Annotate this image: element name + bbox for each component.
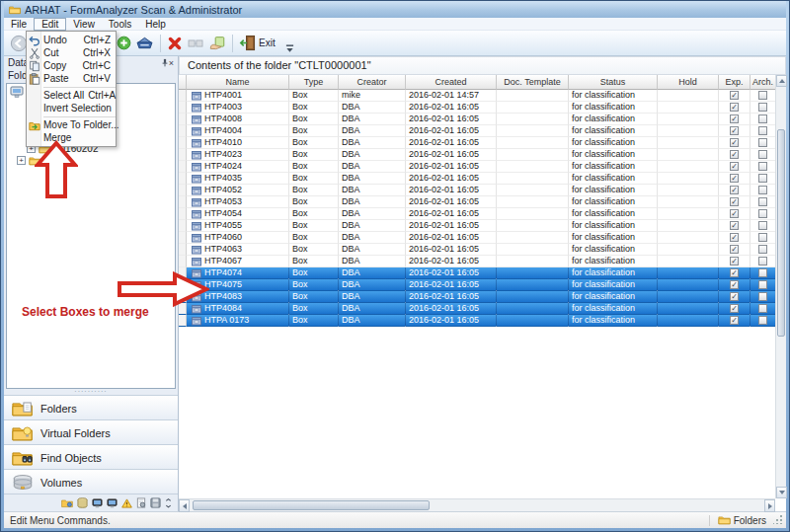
arch-checkbox[interactable] — [758, 126, 767, 135]
exp-checkbox[interactable]: ✓ — [730, 91, 739, 100]
nav-virtual-folders[interactable]: Virtual Folders — [4, 420, 178, 445]
toolbar-overflow-button[interactable] — [285, 44, 294, 53]
exp-checkbox[interactable]: ✓ — [730, 114, 739, 123]
warning-icon[interactable] — [121, 498, 132, 508]
monitor-icon[interactable] — [92, 498, 103, 508]
column-header-exp[interactable]: Exp. — [719, 75, 750, 90]
table-row[interactable]: HTP4075BoxDBA2016-02-01 16:05for classif… — [179, 279, 776, 291]
exp-checkbox[interactable]: ✓ — [730, 221, 739, 230]
menu-item-cut[interactable]: CutCtrl+X — [27, 46, 116, 59]
exp-checkbox[interactable]: ✓ — [730, 316, 739, 325]
exp-checkbox[interactable]: ✓ — [730, 126, 739, 135]
menu-file[interactable]: File — [4, 18, 34, 31]
table-row[interactable]: HTP4054BoxDBA2016-02-01 16:05for classif… — [179, 208, 776, 220]
exp-checkbox[interactable]: ✓ — [730, 174, 739, 183]
table-row[interactable]: HTP4053BoxDBA2016-02-01 16:05for classif… — [179, 196, 776, 208]
arch-checkbox[interactable] — [758, 114, 767, 123]
table-row[interactable]: HTP4004BoxDBA2016-02-01 16:05for classif… — [179, 125, 776, 137]
exp-checkbox[interactable]: ✓ — [730, 197, 739, 206]
horizontal-scroll-thumb[interactable] — [193, 500, 430, 510]
table-row[interactable]: HTP4035BoxDBA2016-02-01 16:05for classif… — [179, 173, 776, 185]
vertical-scroll-thumb[interactable] — [777, 129, 785, 337]
column-header-hold[interactable]: Hold — [658, 75, 719, 90]
arch-checkbox[interactable] — [758, 268, 767, 277]
column-header-doc-template[interactable]: Doc. Template — [497, 75, 569, 90]
menu-item-move-to-folder[interactable]: Move To Folder... — [27, 118, 116, 131]
table-row[interactable]: HTP4063BoxDBA2016-02-01 16:05for classif… — [179, 244, 776, 256]
exp-checkbox[interactable]: ✓ — [730, 150, 739, 159]
arch-checkbox[interactable] — [758, 174, 767, 183]
table-row[interactable]: HTP4084BoxDBA2016-02-01 16:05for classif… — [179, 303, 776, 315]
arch-checkbox[interactable] — [758, 292, 767, 301]
column-header-created[interactable]: Created — [406, 75, 497, 90]
table-row[interactable]: HTP4083BoxDBA2016-02-01 16:05for classif… — [179, 291, 776, 303]
resize-grip[interactable] — [773, 515, 782, 524]
table-row[interactable]: HTP4001Boxmike2016-02-01 14:57for classi… — [179, 90, 776, 102]
exp-checkbox[interactable]: ✓ — [730, 257, 739, 266]
exp-checkbox[interactable]: ✓ — [730, 280, 739, 289]
scan-button[interactable] — [133, 33, 156, 54]
nav-folders[interactable]: Folders — [4, 396, 178, 420]
disk-icon[interactable] — [150, 497, 161, 508]
table-row[interactable]: HTPA 0173BoxDBA2016-02-01 16:05for class… — [179, 315, 776, 327]
scroll-right-button[interactable] — [764, 499, 775, 512]
scroll-left-button[interactable] — [179, 499, 190, 512]
arch-checkbox[interactable] — [758, 221, 767, 230]
column-header-type[interactable]: Type — [289, 75, 339, 90]
close-icon[interactable]: × — [169, 58, 174, 68]
folder-user-icon[interactable] — [61, 498, 73, 508]
menu-item-invert-selection[interactable]: Invert Selection — [27, 102, 116, 114]
menu-help[interactable]: Help — [138, 18, 173, 31]
menu-item-undo[interactable]: UndoCtrl+Z — [27, 34, 116, 46]
arch-checkbox[interactable] — [758, 138, 767, 147]
column-header-status[interactable]: Status — [569, 75, 658, 90]
menu-view[interactable]: View — [66, 18, 102, 31]
table-row[interactable]: HTP4074BoxDBA2016-02-01 16:05for classif… — [179, 267, 776, 279]
menu-edit[interactable]: Edit — [34, 18, 66, 31]
exp-checkbox[interactable]: ✓ — [730, 162, 739, 171]
add-button[interactable] — [115, 33, 133, 54]
database-icon[interactable] — [77, 497, 88, 508]
expand-icon[interactable]: + — [17, 156, 26, 165]
column-header-name[interactable]: Name — [187, 75, 289, 90]
horizontal-scrollbar[interactable] — [179, 498, 775, 511]
column-header-arch[interactable]: Arch. — [750, 75, 776, 90]
delete-button[interactable] — [165, 33, 185, 54]
menu-item-paste[interactable]: PasteCtrl+V — [27, 72, 116, 85]
arch-checkbox[interactable] — [758, 91, 767, 100]
column-header-creator[interactable]: Creator — [339, 75, 406, 90]
table-row[interactable]: HTP4003BoxDBA2016-02-01 16:05for classif… — [179, 102, 776, 114]
arch-checkbox[interactable] — [758, 186, 767, 194]
exp-checkbox[interactable]: ✓ — [730, 304, 739, 313]
arch-checkbox[interactable] — [758, 304, 767, 313]
table-row[interactable]: HTP4052BoxDBA2016-02-01 16:05for classif… — [179, 185, 776, 196]
doc-gear-icon[interactable] — [136, 497, 146, 508]
arch-checkbox[interactable] — [758, 103, 767, 112]
arch-checkbox[interactable] — [758, 150, 767, 159]
exp-checkbox[interactable]: ✓ — [730, 268, 739, 277]
menu-item-select-all[interactable]: Select AllCtrl+A — [27, 89, 116, 102]
arch-checkbox[interactable] — [758, 257, 767, 266]
arch-checkbox[interactable] — [758, 233, 767, 242]
table-row[interactable]: HTP4024BoxDBA2016-02-01 16:05for classif… — [179, 161, 776, 173]
exit-button[interactable]: Exit — [237, 33, 277, 54]
arch-checkbox[interactable] — [758, 197, 767, 206]
exp-checkbox[interactable]: ✓ — [730, 186, 739, 194]
exp-checkbox[interactable]: ✓ — [730, 138, 739, 147]
exp-checkbox[interactable]: ✓ — [730, 209, 739, 218]
nav-volumes[interactable]: Volumes — [4, 470, 178, 494]
arch-checkbox[interactable] — [758, 162, 767, 171]
table-row[interactable]: HTP4060BoxDBA2016-02-01 16:05for classif… — [179, 232, 776, 244]
table-row[interactable]: HTP4008BoxDBA2016-02-01 16:05for classif… — [179, 114, 776, 125]
arch-checkbox[interactable] — [758, 245, 767, 254]
arch-checkbox[interactable] — [758, 316, 767, 325]
exp-checkbox[interactable]: ✓ — [730, 245, 739, 254]
scroll-up-button[interactable] — [776, 75, 787, 87]
exp-checkbox[interactable]: ✓ — [730, 103, 739, 112]
pin-icon[interactable] — [161, 58, 169, 67]
exp-checkbox[interactable]: ✓ — [730, 292, 739, 301]
table-row[interactable]: HTP4023BoxDBA2016-02-01 16:05for classif… — [179, 149, 776, 161]
vertical-scrollbar[interactable] — [775, 75, 786, 498]
menu-tools[interactable]: Tools — [102, 18, 138, 31]
monitor2-icon[interactable] — [107, 498, 118, 508]
